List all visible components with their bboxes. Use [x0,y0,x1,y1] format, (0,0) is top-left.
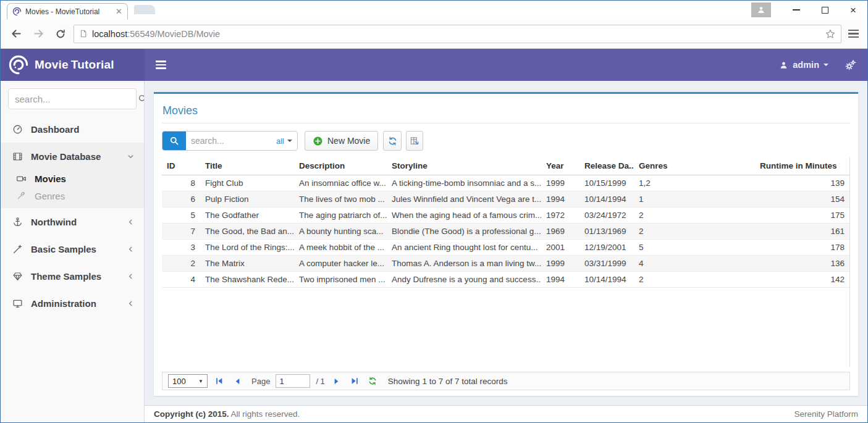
cell-title-link[interactable]: Fight Club [200,175,294,191]
cell-runtime: 136 [755,256,849,272]
search-field-dropdown[interactable]: all [275,132,297,150]
grid-toolbar: all New Movie [162,131,850,151]
favicon-swirl-icon [12,7,22,16]
page-number-input[interactable] [276,374,310,388]
page-size-value: 100 [172,377,186,386]
cell-runtime: 139 [755,175,849,191]
new-movie-button[interactable]: New Movie [305,131,378,151]
sidebar-item-dashboard[interactable]: Dashboard [1,115,144,143]
refresh-icon [387,136,398,146]
table-row[interactable]: 7 The Good, the Bad an... A bounty hunti… [162,224,849,240]
cell-title-link[interactable]: The Matrix [200,256,294,272]
forward-button[interactable] [29,25,48,43]
cell-description: The aging patriarch of... [294,207,387,224]
new-movie-label: New Movie [327,136,370,146]
sidebar-toggle-button[interactable] [156,61,166,69]
reload-button[interactable] [51,25,70,43]
column-picker-icon [410,136,419,146]
chevron-left-icon [127,300,134,307]
sidebar-item-genres[interactable]: Genres [1,187,144,204]
pager-refresh-icon[interactable] [366,375,379,387]
column-header-title[interactable]: Title [200,157,294,175]
browser-tab[interactable]: Movies - MovieTutorial ✕ [7,3,128,19]
cell-year: 1969 [541,224,579,240]
previous-page-button[interactable] [231,375,243,387]
column-header-release-date[interactable]: Release Da... [579,157,634,175]
cell-release-date: 03/24/1972 [579,207,634,224]
table-row[interactable]: 5 The Godfather The aging patriarch of..… [162,207,849,224]
cell-storyline: When the aging head of a famous crim... [387,207,541,224]
url-text: localhost:56549/MovieDB/Movie [92,29,220,39]
desktop-icon [11,298,24,309]
next-page-button[interactable] [331,375,343,387]
window-maximize-button[interactable] [811,1,839,19]
table-row[interactable]: 3 The Lord of the Rings:... A meek hobbi… [162,240,849,256]
quick-search-button[interactable] [162,132,186,150]
cell-storyline: Thomas A. Anderson is a man living tw... [387,256,541,272]
cell-title-link[interactable]: The Lord of the Rings:... [200,240,294,256]
movies-panel: Movies all [154,92,858,396]
search-icon [138,94,145,104]
column-header-storyline[interactable]: Storyline [387,157,541,175]
browser-profile-button[interactable] [751,2,771,17]
sidebar-item-theme-samples[interactable]: Theme Samples [1,262,144,290]
sidebar-search-input[interactable] [15,94,138,104]
column-header-year[interactable]: Year [541,157,579,175]
sidebar-item-basic-samples[interactable]: Basic Samples [1,235,144,262]
cell-title-link[interactable]: Pulp Fiction [200,191,294,207]
content-area: Movies all [145,81,867,405]
data-grid: ID Title Description Storyline Year Rele… [162,157,850,367]
browser-titlebar: Movies - MovieTutorial ✕ × [1,1,867,19]
sidebar-item-northwind[interactable]: Northwind [1,208,144,235]
column-header-runtime[interactable]: Runtime in Minutes [755,157,849,175]
cell-id[interactable]: 2 [162,256,200,272]
chevron-down-icon [824,64,828,66]
browser-menu-button[interactable] [845,30,861,38]
cell-id[interactable]: 7 [162,224,200,240]
cell-title-link[interactable]: The Godfather [200,207,294,224]
address-bar[interactable]: localhost:56549/MovieDB/Movie [74,25,841,43]
column-header-id[interactable]: ID [162,157,200,175]
page-size-select[interactable]: 100 ▼ [168,374,208,388]
back-button[interactable] [7,25,25,43]
sidebar-item-administration[interactable]: Administration [1,290,144,317]
settings-cogs-icon[interactable] [845,59,856,71]
sidebar-item-movie-database[interactable]: Movie Database [1,143,144,170]
cell-description: An insomniac office w... [294,175,387,191]
tab-close-icon[interactable]: ✕ [116,7,122,16]
quick-search-input[interactable] [186,132,275,150]
window-minimize-button[interactable] [782,1,811,19]
cell-year: 1999 [541,175,579,191]
copyright-text: Copyright (c) 2015. All rights reserved. [154,409,300,419]
page-total: / 1 [316,377,324,386]
table-row[interactable]: 2 The Matrix A computer hacker le... Tho… [162,256,849,272]
refresh-grid-button[interactable] [383,131,402,151]
bookmark-star-icon[interactable] [825,28,836,40]
table-row[interactable]: 6 Pulp Fiction The lives of two mob ... … [162,191,849,207]
sidebar-item-label: Dashboard [31,124,79,135]
cell-id[interactable]: 3 [162,240,200,256]
cell-id[interactable]: 4 [162,272,200,288]
cell-id[interactable]: 6 [162,191,200,207]
cell-genres: 2 [634,207,755,224]
cell-id[interactable]: 8 [162,175,200,191]
window-close-button[interactable]: × [839,1,867,19]
cell-description: A meek hobbit of the ... [294,240,387,256]
first-page-button[interactable] [213,375,225,387]
table-row[interactable]: 4 The Shawshank Rede... Two imprisoned m… [162,272,849,288]
brand-logo[interactable]: MovieTutorial [1,49,145,81]
user-menu[interactable]: admin [779,60,828,70]
cell-id[interactable]: 5 [162,207,200,224]
column-picker-button[interactable] [406,131,423,151]
column-header-description[interactable]: Description [294,157,387,175]
cell-title-link[interactable]: The Shawshank Rede... [200,272,294,288]
cell-title-link[interactable]: The Good, the Bad an... [200,224,294,240]
cell-description: The lives of two mob ... [294,191,387,207]
sidebar-search[interactable] [8,88,137,109]
app-header: MovieTutorial admin [1,49,867,81]
new-tab-button[interactable] [134,5,155,14]
table-row[interactable]: 8 Fight Club An insomniac office w... A … [162,175,849,191]
sidebar-item-movies[interactable]: Movies [1,170,144,187]
column-header-genres[interactable]: Genres [634,157,755,175]
last-page-button[interactable] [348,375,361,387]
